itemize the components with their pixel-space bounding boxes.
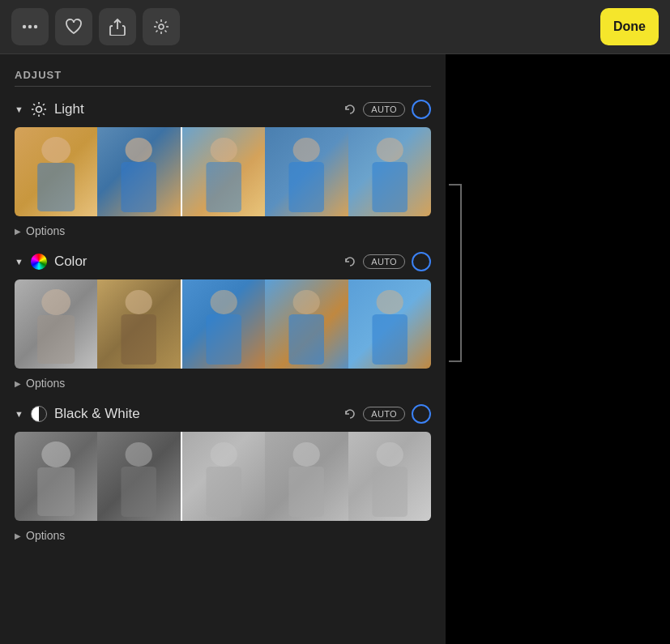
svg-point-43: [126, 442, 152, 467]
svg-point-31: [41, 289, 70, 315]
light-section: ▼ Light: [15, 100, 431, 237]
color-expand-arrow[interactable]: ▼: [15, 257, 23, 267]
toolbar: Done: [0, 0, 670, 54]
bw-undo-button[interactable]: [344, 407, 356, 420]
done-button[interactable]: Done: [600, 8, 659, 45]
svg-line-9: [165, 22, 167, 23]
svg-point-49: [376, 442, 403, 467]
svg-point-21: [41, 137, 70, 163]
bw-controls: AUTO: [344, 404, 431, 424]
svg-rect-24: [122, 162, 157, 212]
color-section: ▼ Color AUTO: [15, 252, 431, 390]
svg-line-17: [33, 104, 35, 105]
color-options-row[interactable]: ▶ Options: [15, 377, 431, 390]
svg-line-10: [156, 31, 158, 32]
color-label: Color: [54, 254, 337, 270]
svg-rect-32: [37, 315, 75, 364]
strip-bw-img-3: [182, 432, 265, 521]
svg-rect-40: [372, 314, 408, 365]
svg-rect-26: [206, 162, 241, 212]
svg-line-20: [33, 113, 35, 115]
svg-rect-48: [289, 467, 325, 517]
color-undo-button[interactable]: [344, 255, 356, 268]
svg-rect-30: [372, 162, 408, 212]
svg-point-33: [126, 290, 152, 314]
strip-bw-img-4: [265, 432, 348, 521]
svg-line-18: [43, 113, 45, 115]
share-button[interactable]: [99, 8, 136, 45]
svg-point-1: [28, 25, 32, 28]
color-toggle-button[interactable]: [412, 252, 431, 271]
main-layout: ADJUST ▼: [0, 54, 670, 644]
strip-light-img-1: [15, 127, 97, 216]
magic-wand-button[interactable]: [143, 8, 180, 45]
color-auto-button[interactable]: AUTO: [363, 254, 405, 269]
bw-label: Black & White: [54, 406, 337, 422]
svg-rect-36: [206, 314, 241, 365]
bw-section-header: ▼ Black & White AUTO: [15, 404, 431, 424]
bw-toggle-button[interactable]: [412, 404, 431, 424]
light-toggle-button[interactable]: [412, 100, 431, 119]
color-image-strip: [15, 279, 431, 369]
panel-divider: [15, 86, 431, 87]
light-controls: AUTO: [344, 100, 431, 119]
light-options-row[interactable]: ▶ Options: [15, 224, 431, 237]
svg-point-0: [23, 25, 26, 28]
svg-point-41: [41, 441, 70, 467]
svg-point-45: [210, 442, 237, 467]
svg-point-47: [293, 442, 320, 467]
light-expand-arrow[interactable]: ▼: [15, 104, 23, 114]
strip-color-img-3: [182, 279, 265, 369]
light-section-header: ▼ Light: [15, 100, 431, 119]
svg-point-27: [293, 138, 320, 162]
svg-rect-34: [122, 314, 157, 365]
bw-section: ▼ Black & White AUTO: [15, 404, 431, 542]
more-options-button[interactable]: [11, 8, 49, 45]
svg-point-39: [376, 290, 403, 314]
svg-point-2: [34, 25, 37, 28]
light-sun-icon: [30, 100, 48, 118]
color-controls: AUTO: [344, 252, 431, 271]
strip-color-img-2: [97, 279, 180, 369]
svg-line-7: [156, 22, 158, 23]
svg-point-23: [126, 138, 152, 162]
svg-point-35: [210, 290, 237, 314]
bw-auto-button[interactable]: AUTO: [363, 407, 405, 421]
right-area: [446, 54, 670, 644]
bw-expand-arrow[interactable]: ▼: [15, 409, 23, 419]
strip-light-img-5: [348, 127, 431, 216]
svg-point-29: [376, 138, 403, 162]
svg-rect-42: [37, 467, 75, 516]
bw-options-arrow: ▶: [15, 531, 21, 540]
svg-rect-22: [37, 163, 75, 211]
light-auto-button[interactable]: AUTO: [363, 102, 405, 117]
strip-color-img-5: [348, 279, 431, 369]
svg-line-19: [43, 104, 45, 105]
light-label: Light: [54, 101, 337, 117]
svg-point-12: [36, 107, 41, 113]
strip-bw-img-5: [348, 432, 431, 521]
panel-title: ADJUST: [15, 69, 431, 81]
strip-color-img-1: [15, 279, 97, 369]
light-undo-button[interactable]: [344, 103, 356, 116]
strip-light-img-3: [182, 127, 265, 216]
scroll-bracket: [449, 184, 462, 362]
svg-rect-46: [206, 467, 241, 517]
svg-rect-38: [289, 314, 325, 365]
bw-image-strip: [15, 432, 431, 521]
bw-options-row[interactable]: ▶ Options: [15, 529, 431, 542]
svg-point-25: [210, 138, 237, 162]
color-options-arrow: ▶: [15, 379, 21, 388]
color-ring-icon: [30, 253, 48, 271]
svg-rect-28: [289, 162, 325, 212]
strip-light-img-2: [97, 127, 180, 216]
favorite-button[interactable]: [55, 8, 92, 45]
strip-bw-img-1: [15, 432, 97, 521]
svg-point-11: [159, 24, 164, 29]
strip-light-img-4: [265, 127, 348, 216]
adjust-panel: ADJUST ▼: [0, 54, 446, 644]
svg-rect-50: [372, 467, 408, 517]
bw-options-label: Options: [26, 529, 65, 542]
light-options-label: Options: [26, 224, 65, 237]
light-image-strip: [15, 127, 431, 216]
